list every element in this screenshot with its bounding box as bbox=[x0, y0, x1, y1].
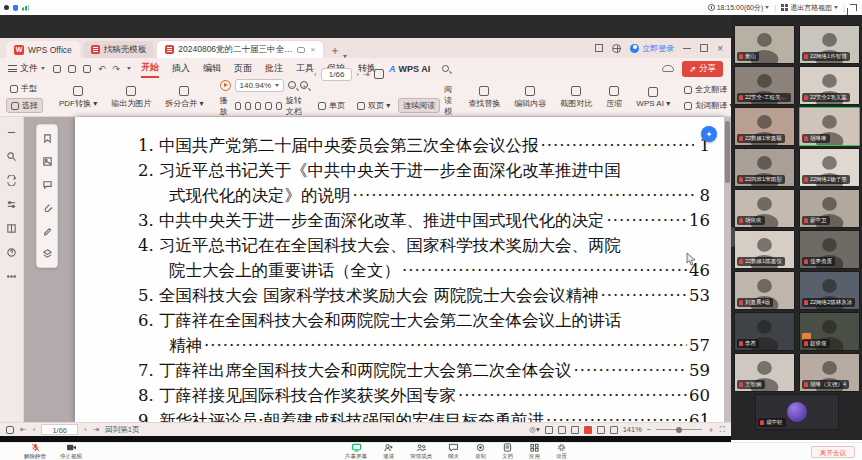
wps-ai-button[interactable]: WPS AI ▾ bbox=[632, 86, 674, 109]
tab-template[interactable]: 找稿壳模板 bbox=[83, 41, 155, 58]
rotate-right-icon[interactable] bbox=[276, 102, 282, 110]
rotate-left-icon[interactable] bbox=[265, 102, 271, 110]
search-icon[interactable] bbox=[6, 151, 17, 162]
prev-page-icon[interactable]: ‹ bbox=[33, 425, 36, 434]
page-indicator[interactable]: 1/66 bbox=[41, 424, 78, 435]
next-page-icon[interactable]: › bbox=[356, 70, 359, 79]
continuous-icon[interactable] bbox=[610, 426, 618, 434]
participant-tile[interactable]: 成中轻 bbox=[755, 394, 839, 430]
layout-icon[interactable] bbox=[595, 44, 603, 52]
find-replace-button[interactable]: 查找替换 bbox=[464, 85, 504, 110]
ribbon-tab[interactable]: 批注 bbox=[265, 60, 283, 77]
participant-tile[interactable]: 22网络1许智博 bbox=[799, 25, 860, 64]
login-button[interactable]: 立即登录 bbox=[630, 43, 674, 54]
leave-meeting-button[interactable]: 离开会议 bbox=[811, 446, 855, 458]
panel-collapse-handle[interactable] bbox=[731, 227, 735, 247]
page-number-field[interactable]: 1/66 bbox=[321, 68, 353, 81]
fit-width-icon[interactable] bbox=[245, 102, 251, 110]
zoom-slider[interactable] bbox=[656, 429, 702, 430]
zoom-value-dropdown[interactable]: 140.94% bbox=[235, 79, 285, 92]
tab-document-active[interactable]: 20240806党的二十届三中全… × bbox=[157, 41, 323, 58]
single-page-button[interactable]: 单页 bbox=[314, 99, 349, 112]
participant-tile[interactable]: 胡琳（文强）4 bbox=[799, 353, 860, 392]
zoom-level[interactable]: 141% bbox=[623, 425, 642, 434]
participant-tile[interactable]: 22安全2毛文蕊 bbox=[799, 66, 860, 105]
participant-tile[interactable]: 佳界煮蛋 bbox=[799, 230, 860, 269]
participant-tile[interactable]: 胡琳琳 bbox=[799, 107, 860, 146]
document-page[interactable]: 1. 中国共产党第二十届中央委员会第三次全体会议公报 ·············… bbox=[75, 117, 725, 422]
view-mode-switch[interactable]: 退出宫格视图 bbox=[781, 3, 838, 13]
double-page-icon[interactable] bbox=[597, 426, 605, 434]
participant-tile[interactable]: 赵俊霆 bbox=[799, 312, 860, 351]
ribbon-tab[interactable]: 编辑 bbox=[203, 60, 221, 77]
edit-content-button[interactable]: 编辑内容 bbox=[510, 85, 550, 110]
meeting-timer[interactable]: 18:15:00(60分) bbox=[708, 3, 770, 13]
play-icon[interactable] bbox=[220, 80, 231, 91]
participant-tile[interactable]: 22网络2杨子墨 bbox=[799, 148, 860, 187]
layout-icon[interactable] bbox=[6, 223, 17, 234]
zoom-out-icon[interactable]: − bbox=[288, 81, 296, 89]
full-translate-button[interactable]: 全文翻译 bbox=[680, 83, 737, 96]
new-tab-button[interactable]: ＋ bbox=[329, 43, 340, 58]
participant-tile[interactable]: 廖中卫 bbox=[799, 189, 860, 228]
thumbnail-icon[interactable] bbox=[42, 156, 53, 167]
single-page-icon[interactable] bbox=[571, 426, 579, 434]
undo-icon[interactable]: ↶ bbox=[98, 64, 106, 74]
ribbon-tab[interactable]: 开始 bbox=[141, 59, 159, 78]
hand-tool-button[interactable]: 手型 bbox=[6, 82, 43, 95]
export-image-button[interactable]: 输出为图片 bbox=[107, 85, 155, 110]
split-merge-button[interactable]: 拆分合并 ▾ bbox=[161, 85, 207, 110]
continuous-read-button[interactable]: 连续阅读 bbox=[398, 98, 440, 113]
layers-icon[interactable] bbox=[42, 248, 53, 259]
file-menu[interactable]: 文件 bbox=[8, 62, 45, 75]
close-tab-icon[interactable]: × bbox=[311, 45, 316, 54]
settings-sliders-icon[interactable] bbox=[6, 199, 17, 210]
comment-icon[interactable] bbox=[42, 179, 53, 190]
double-page-button[interactable]: 双页 ▾ bbox=[353, 99, 394, 112]
collapse-icon[interactable] bbox=[6, 127, 17, 138]
restore-button[interactable] bbox=[700, 44, 708, 52]
word-translate-button[interactable]: 划词翻译 ▾ bbox=[680, 99, 737, 112]
prev-page-icon[interactable]: ‹ bbox=[314, 70, 317, 79]
unmute-button[interactable]: 解除静音 bbox=[24, 443, 46, 460]
last-page-icon[interactable]: ⇥ bbox=[93, 425, 100, 434]
participant-tile[interactable]: 22安全-工程吴雨楠 bbox=[734, 66, 795, 105]
ribbon-tab[interactable]: 页面 bbox=[234, 60, 252, 77]
chevron-down-icon[interactable] bbox=[127, 67, 131, 70]
print-icon[interactable] bbox=[83, 65, 91, 73]
settings-button[interactable]: 设置 bbox=[556, 443, 567, 460]
docs-button[interactable]: 文档 bbox=[502, 443, 513, 460]
scrollbar-thumb[interactable] bbox=[725, 121, 730, 183]
stop-video-button[interactable]: 停止视频 bbox=[60, 443, 82, 460]
participant-tile[interactable]: 李杰 bbox=[734, 312, 795, 351]
close-window-button[interactable]: × bbox=[717, 43, 723, 54]
participant-tile[interactable]: 22网络2陈林永冰 bbox=[799, 271, 860, 310]
rotate-doc-label[interactable]: 旋转文档 bbox=[286, 95, 308, 117]
compress-button[interactable]: 压缩 bbox=[602, 85, 626, 110]
record-button[interactable]: 录制 bbox=[475, 443, 486, 460]
ribbon-tab[interactable]: 插入 bbox=[172, 60, 190, 77]
eye-protect-icon[interactable]: ◎▾ bbox=[529, 425, 539, 434]
read-mode-icon[interactable] bbox=[374, 69, 384, 79]
fit-page-icon[interactable] bbox=[558, 426, 566, 434]
presentation-icon[interactable] bbox=[584, 426, 592, 434]
participant-tile[interactable]: 刘嘉晨4场 bbox=[734, 271, 795, 310]
pdf-convert-button[interactable]: PDF转换 ▾ bbox=[55, 85, 101, 110]
save-icon[interactable] bbox=[68, 65, 76, 73]
screenshot-compare-button[interactable]: 截图对比 bbox=[556, 85, 596, 110]
bookmark-icon[interactable] bbox=[42, 133, 53, 144]
share-screen-button[interactable]: 共享屏幕 bbox=[345, 443, 367, 460]
fullscreen-toggle[interactable] bbox=[850, 4, 857, 11]
participant-tile[interactable]: 22数媒1陈嘉仪 bbox=[734, 230, 795, 269]
cloud-icon[interactable] bbox=[662, 65, 674, 72]
comment-icon[interactable] bbox=[297, 47, 305, 53]
zoom-in-icon[interactable]: + bbox=[300, 81, 308, 89]
floating-assistant-badge[interactable]: ✦ bbox=[701, 126, 717, 142]
actual-size-icon[interactable] bbox=[255, 102, 261, 110]
apps-button[interactable]: 应用 bbox=[529, 443, 540, 460]
manage-members-button[interactable]: 管理成员 bbox=[410, 443, 432, 460]
participant-tile[interactable]: 胡依依 bbox=[734, 189, 795, 228]
participant-tile[interactable]: 22数媒1宋嘉颖 bbox=[734, 107, 795, 146]
document-scrollbar[interactable] bbox=[724, 117, 731, 422]
zoom-out-button[interactable]: − bbox=[647, 425, 651, 434]
